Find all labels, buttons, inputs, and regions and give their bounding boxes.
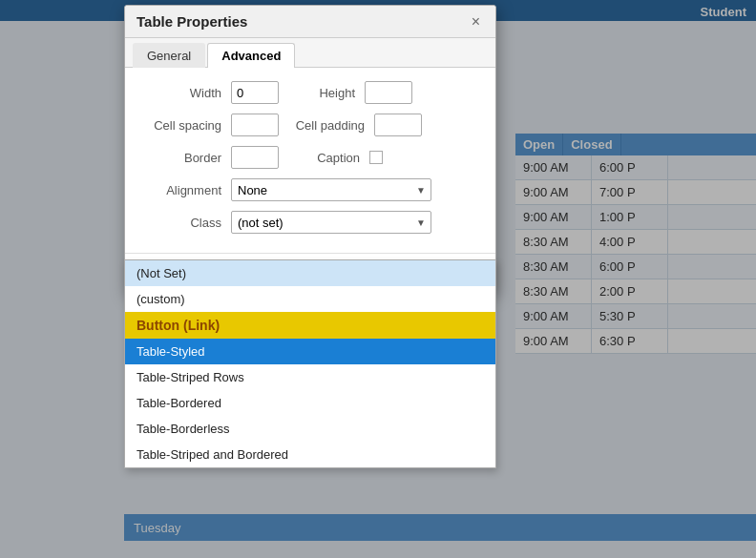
class-select[interactable]: (not set): [231, 211, 431, 234]
dialog-body: Width Height Cell spacing Cell padding B…: [125, 68, 495, 253]
alignment-select-wrapper: None Left Center Right ▼: [231, 178, 431, 201]
cell-padding-label: Cell padding: [288, 118, 365, 133]
close-button[interactable]: ×: [468, 14, 484, 30]
alignment-select[interactable]: None Left Center Right: [231, 178, 431, 201]
dialog-title-bar: Table Properties ×: [125, 6, 495, 38]
width-label: Width: [140, 86, 221, 100]
dropdown-item-striped-rows[interactable]: Table-Striped Rows: [125, 364, 495, 390]
dropdown-item-borderless[interactable]: Table-Borderless: [125, 416, 495, 442]
cell-spacing-label: Cell spacing: [140, 118, 221, 133]
cell-spacing-input[interactable]: [231, 114, 279, 136]
dropdown-item-custom[interactable]: (custom): [125, 286, 495, 312]
width-height-row: Width Height: [140, 81, 480, 104]
height-label: Height: [298, 86, 355, 100]
dropdown-item-bordered[interactable]: Table-Bordered: [125, 390, 495, 416]
tab-general[interactable]: General: [133, 43, 205, 68]
border-label: Border: [140, 151, 221, 165]
dropdown-item-striped-bordered[interactable]: Table-Striped and Bordered: [125, 442, 495, 467]
dialog-tabs: General Advanced: [125, 38, 495, 68]
width-input[interactable]: [231, 81, 279, 104]
class-label: Class: [140, 216, 221, 230]
cell-padding-input[interactable]: [374, 114, 422, 136]
caption-checkbox[interactable]: [369, 151, 383, 164]
tab-advanced[interactable]: Advanced: [207, 43, 295, 68]
alignment-label: Alignment: [140, 183, 221, 197]
dropdown-item-button-link[interactable]: Button (Link): [125, 312, 495, 339]
border-input[interactable]: [231, 146, 279, 169]
dropdown-item-not-set[interactable]: (Not Set): [125, 260, 495, 286]
dropdown-item-table-styled[interactable]: Table-Styled: [125, 339, 495, 364]
class-row: Class (not set) ▼: [140, 211, 480, 234]
height-input[interactable]: [365, 81, 412, 104]
caption-label: Caption: [298, 151, 360, 165]
table-properties-dialog: Table Properties × General Advanced Widt…: [124, 5, 496, 294]
class-dropdown-list: (Not Set) (custom) Button (Link) Table-S…: [124, 259, 496, 468]
class-select-wrapper: (not set) ▼: [231, 211, 431, 234]
dialog-title: Table Properties: [136, 13, 247, 30]
spacing-padding-row: Cell spacing Cell padding: [140, 114, 480, 136]
border-caption-row: Border Caption: [140, 146, 480, 169]
alignment-row: Alignment None Left Center Right ▼: [140, 178, 480, 201]
